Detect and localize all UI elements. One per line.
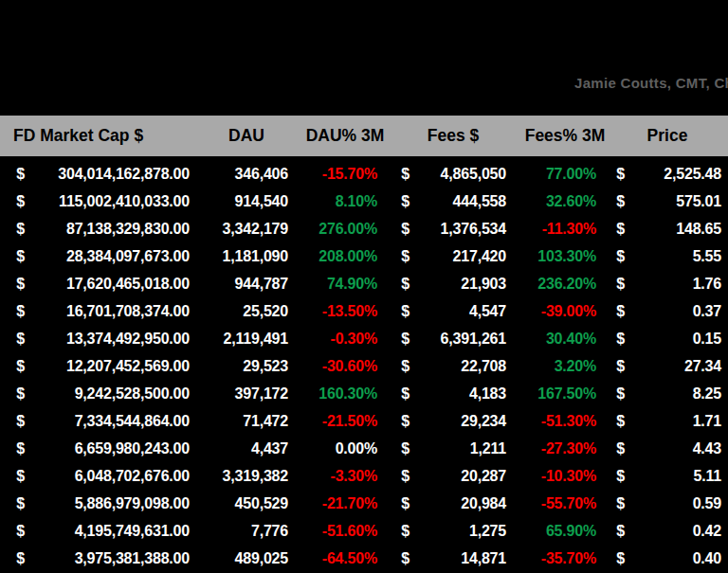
cell-dau: 7,776 bbox=[190, 523, 288, 540]
currency-symbol: $ bbox=[6, 331, 25, 348]
cell-dau-pct-3m: -30.60% bbox=[288, 358, 377, 375]
cell-dau: 29,523 bbox=[190, 358, 288, 375]
currency-symbol: $ bbox=[377, 550, 410, 567]
currency-symbol: $ bbox=[596, 193, 625, 210]
currency-symbol: $ bbox=[377, 495, 410, 512]
cell-fees-pct-3m: 65.90% bbox=[506, 523, 596, 540]
cell-fd-market-cap: 115,002,410,033.00 bbox=[25, 193, 190, 210]
cell-fd-market-cap: 12,207,452,569.00 bbox=[25, 358, 190, 375]
cell-fees-pct-3m: -11.30% bbox=[506, 221, 596, 238]
cell-fees: 4,547 bbox=[410, 303, 506, 320]
cell-fees: 1,275 bbox=[410, 523, 506, 540]
currency-symbol: $ bbox=[596, 385, 625, 403]
cell-price: 27.34 bbox=[625, 358, 721, 375]
currency-symbol: $ bbox=[377, 166, 410, 183]
cell-fees: 14,871 bbox=[410, 550, 506, 567]
cell-fees-pct-3m: 30.40% bbox=[506, 331, 596, 348]
cell-dau: 2,119,491 bbox=[190, 331, 288, 348]
cell-fd-market-cap: 17,620,465,018.00 bbox=[25, 276, 190, 293]
currency-symbol: $ bbox=[596, 523, 625, 540]
cell-fees: 4,865,050 bbox=[410, 166, 506, 183]
table-row[interactable]: $ 3,975,381,388.00 489,025 -64.50% $ 14,… bbox=[0, 546, 728, 573]
cell-fd-market-cap: 5,886,979,098.00 bbox=[25, 495, 190, 512]
cell-dau-pct-3m: -64.50% bbox=[288, 550, 377, 567]
cell-dau: 346,406 bbox=[190, 166, 288, 183]
currency-symbol: $ bbox=[596, 550, 625, 567]
currency-symbol: $ bbox=[596, 248, 625, 265]
cell-dau: 4,437 bbox=[190, 440, 288, 457]
cell-price: 1.71 bbox=[625, 413, 721, 430]
table-row[interactable]: $ 115,002,410,033.00 914,540 8.10% $ 444… bbox=[0, 188, 728, 215]
cell-dau-pct-3m: -3.30% bbox=[288, 468, 377, 485]
currency-symbol: $ bbox=[377, 193, 410, 210]
column-header-dau[interactable]: DAU bbox=[201, 116, 292, 156]
cell-dau: 914,540 bbox=[190, 193, 288, 210]
cell-fd-market-cap: 16,701,708,374.00 bbox=[25, 303, 190, 320]
cell-fees-pct-3m: -51.30% bbox=[506, 413, 596, 430]
cell-dau: 489,025 bbox=[190, 550, 288, 567]
currency-symbol: $ bbox=[6, 385, 25, 403]
table-row[interactable]: $ 5,886,979,098.00 450,529 -21.70% $ 20,… bbox=[0, 491, 728, 518]
cell-fees-pct-3m: -10.30% bbox=[506, 468, 596, 485]
cell-fd-market-cap: 7,334,544,864.00 bbox=[25, 413, 190, 430]
cell-fees-pct-3m: 167.50% bbox=[506, 385, 596, 403]
cell-dau: 3,342,179 bbox=[190, 221, 288, 238]
cell-dau-pct-3m: -21.50% bbox=[288, 413, 377, 430]
currency-symbol: $ bbox=[6, 523, 25, 540]
cell-fees-pct-3m: -35.70% bbox=[506, 550, 596, 567]
column-header-dau-pct-3m[interactable]: DAU% 3M bbox=[300, 116, 391, 156]
cell-dau: 71,472 bbox=[190, 413, 288, 430]
currency-symbol: $ bbox=[6, 468, 25, 485]
currency-symbol: $ bbox=[6, 248, 25, 265]
cell-fd-market-cap: 6,659,980,243.00 bbox=[25, 440, 190, 457]
currency-symbol: $ bbox=[6, 303, 25, 320]
currency-symbol: $ bbox=[377, 413, 410, 430]
cell-price: 5.11 bbox=[625, 468, 721, 485]
currency-symbol: $ bbox=[377, 358, 410, 375]
cell-fd-market-cap: 4,195,749,631.00 bbox=[25, 523, 190, 540]
currency-symbol: $ bbox=[596, 358, 625, 375]
column-header-fees-pct-3m[interactable]: Fees% 3M bbox=[519, 116, 610, 156]
table-row[interactable]: $ 16,701,708,374.00 25,520 -13.50% $ 4,5… bbox=[0, 297, 728, 325]
currency-symbol: $ bbox=[377, 303, 410, 320]
table-row[interactable]: $ 9,242,528,500.00 397,172 160.30% $ 4,1… bbox=[0, 380, 728, 407]
attribution-text: Jamie Coutts, CMT, Ch bbox=[574, 75, 728, 91]
table-row[interactable]: $ 6,048,702,676.00 3,319,382 -3.30% $ 20… bbox=[0, 463, 728, 491]
column-header-fees[interactable]: Fees $ bbox=[408, 116, 499, 156]
cell-dau: 944,787 bbox=[190, 276, 288, 293]
table-row[interactable]: $ 7,334,544,864.00 71,472 -21.50% $ 29,2… bbox=[0, 407, 728, 435]
currency-symbol: $ bbox=[6, 193, 25, 210]
cell-fees: 4,183 bbox=[410, 385, 506, 403]
cell-fees: 444,558 bbox=[410, 193, 506, 210]
table-row[interactable]: $ 12,207,452,569.00 29,523 -30.60% $ 22,… bbox=[0, 352, 728, 380]
cell-fees-pct-3m: -27.30% bbox=[506, 440, 596, 457]
table-row[interactable]: $ 304,014,162,878.00 346,406 -15.70% $ 4… bbox=[0, 160, 728, 188]
table-row[interactable]: $ 13,374,492,950.00 2,119,491 -0.30% $ 6… bbox=[0, 325, 728, 352]
cell-dau-pct-3m: -51.60% bbox=[288, 523, 377, 540]
currency-symbol: $ bbox=[6, 221, 25, 238]
currency-symbol: $ bbox=[596, 468, 625, 485]
cell-dau-pct-3m: 276.00% bbox=[288, 221, 377, 238]
column-header-price[interactable]: Price bbox=[622, 116, 713, 156]
cell-fd-market-cap: 13,374,492,950.00 bbox=[25, 331, 190, 348]
currency-symbol: $ bbox=[596, 276, 625, 293]
table-row[interactable]: $ 87,138,329,830.00 3,342,179 276.00% $ … bbox=[0, 215, 728, 242]
currency-symbol: $ bbox=[596, 166, 625, 183]
cell-fees: 1,211 bbox=[410, 440, 506, 457]
cell-fd-market-cap: 28,384,097,673.00 bbox=[25, 248, 190, 265]
table-row[interactable]: $ 17,620,465,018.00 944,787 74.90% $ 21,… bbox=[0, 270, 728, 297]
cell-price: 0.40 bbox=[625, 550, 721, 567]
currency-symbol: $ bbox=[596, 495, 625, 512]
cell-dau-pct-3m: 8.10% bbox=[288, 193, 377, 210]
table-row[interactable]: $ 28,384,097,673.00 1,181,090 208.00% $ … bbox=[0, 242, 728, 270]
currency-symbol: $ bbox=[377, 248, 410, 265]
currency-symbol: $ bbox=[6, 495, 25, 512]
column-header-fd-market-cap[interactable]: FD Market Cap $ bbox=[13, 116, 143, 156]
cell-fees: 29,234 bbox=[410, 413, 506, 430]
cell-price: 8.25 bbox=[625, 385, 721, 403]
table-row[interactable]: $ 6,659,980,243.00 4,437 0.00% $ 1,211 -… bbox=[0, 435, 728, 462]
currency-symbol: $ bbox=[596, 221, 625, 238]
cell-fees: 21,903 bbox=[410, 276, 506, 293]
cell-fd-market-cap: 6,048,702,676.00 bbox=[25, 468, 190, 485]
table-row[interactable]: $ 4,195,749,631.00 7,776 -51.60% $ 1,275… bbox=[0, 518, 728, 546]
